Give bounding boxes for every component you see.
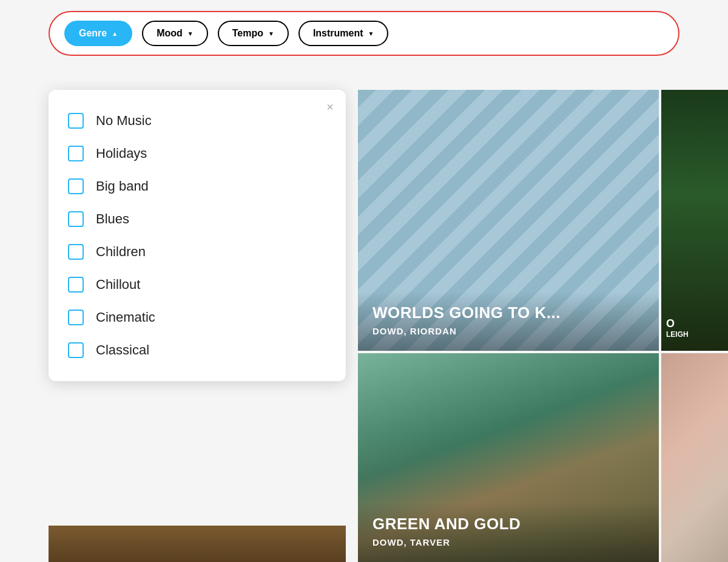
instrument-label: Instrument	[313, 28, 363, 39]
genre-item-children[interactable]: Children	[68, 235, 326, 268]
genre-item-classical[interactable]: Classical	[68, 334, 326, 367]
genre-label-classical: Classical	[96, 342, 149, 358]
checkbox-chillout[interactable]	[68, 277, 84, 293]
checkbox-children[interactable]	[68, 244, 84, 260]
genre-item-holidays[interactable]: Holidays	[68, 137, 326, 170]
genre-label: Genre	[79, 28, 107, 39]
checkbox-blues[interactable]	[68, 211, 84, 227]
card-right-top[interactable]: O LEIGH	[661, 90, 728, 351]
close-button[interactable]: ×	[326, 101, 334, 113]
checkbox-classical[interactable]	[68, 342, 84, 358]
card-right-bottom[interactable]	[661, 353, 728, 562]
mood-label: Mood	[157, 28, 183, 39]
card-green-gold[interactable]: GREEN AND GOLD DOWD, TARVER	[358, 353, 659, 562]
card-title-top: WORLDS GOING TO K...	[372, 303, 644, 322]
checkbox-holidays[interactable]	[68, 146, 84, 161]
genre-item-blues[interactable]: Blues	[68, 203, 326, 235]
genre-filter-button[interactable]: Genre ▲	[64, 21, 132, 46]
card-subtitle-bottom: DOWD, TARVER	[372, 537, 644, 547]
genre-label-chillout: Chillout	[96, 277, 140, 293]
card-title-right-top: O	[666, 317, 726, 330]
mood-filter-button[interactable]: Mood ▼	[142, 21, 208, 46]
card-overlay-right-top: O LEIGH	[666, 317, 726, 339]
card-title-bottom: GREEN AND GOLD	[372, 515, 644, 533]
genre-label-cinematic: Cinematic	[96, 310, 155, 325]
tempo-label: Tempo	[232, 28, 263, 39]
genre-label-blues: Blues	[96, 211, 129, 227]
filter-bar: Genre ▲ Mood ▼ Tempo ▼ Instrument ▼	[49, 11, 679, 56]
tempo-arrow: ▼	[268, 30, 274, 37]
instrument-filter-button[interactable]: Instrument ▼	[298, 21, 389, 46]
genre-label-no-music: No Music	[96, 113, 152, 129]
checkbox-no-music[interactable]	[68, 113, 84, 129]
genre-item-no-music[interactable]: No Music	[68, 104, 326, 137]
mood-arrow: ▼	[187, 30, 194, 37]
genre-label-children: Children	[96, 244, 146, 260]
card-worlds-going[interactable]: WORLDS GOING TO K... DOWD, RIORDAN	[358, 90, 659, 351]
card-subtitle-top: DOWD, RIORDAN	[372, 326, 644, 336]
genre-label-big-band: Big band	[96, 178, 149, 194]
card-overlay-bottom: GREEN AND GOLD DOWD, TARVER	[358, 503, 659, 562]
genre-dropdown: × No Music Holidays Big band Blues Child…	[49, 90, 346, 381]
genre-item-big-band[interactable]: Big band	[68, 170, 326, 203]
bottom-peek-card[interactable]	[49, 526, 346, 562]
tempo-filter-button[interactable]: Tempo ▼	[218, 21, 289, 46]
genre-item-cinematic[interactable]: Cinematic	[68, 301, 326, 334]
content-area: WORLDS GOING TO K... DOWD, RIORDAN O LEI…	[358, 90, 728, 562]
card-subtitle-right-top: LEIGH	[666, 330, 726, 339]
card-overlay-top: WORLDS GOING TO K... DOWD, RIORDAN	[358, 291, 659, 351]
genre-label-holidays: Holidays	[96, 146, 147, 161]
instrument-arrow: ▼	[368, 30, 374, 37]
genre-item-chillout[interactable]: Chillout	[68, 268, 326, 301]
checkbox-cinematic[interactable]	[68, 310, 84, 325]
checkbox-big-band[interactable]	[68, 178, 84, 194]
genre-arrow: ▲	[112, 30, 118, 37]
